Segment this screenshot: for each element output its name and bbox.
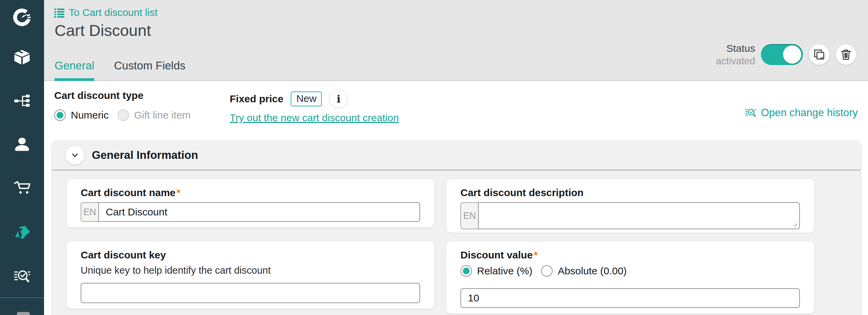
cart-discount-description-input[interactable]: [478, 202, 800, 229]
field-hint: Unique key to help identify the cart dis…: [81, 265, 420, 276]
field-label: Cart discount description: [460, 187, 800, 199]
trash-icon: [839, 48, 853, 61]
products-box-icon: [13, 48, 31, 68]
customers-person-icon: [13, 135, 31, 154]
field-label: Cart discount key: [81, 249, 420, 261]
radio-option-label: Gift line item: [134, 109, 191, 121]
fixed-price-label: Fixed price: [230, 93, 283, 105]
field-label-text: Discount value: [460, 249, 533, 260]
open-change-history-link[interactable]: Open change history: [745, 107, 858, 119]
sidebar-item-audit[interactable]: [0, 258, 44, 296]
sidebar-item-discounts[interactable]: [0, 215, 44, 252]
card-cart-discount-key: Cart discount key Unique key to help ide…: [66, 241, 434, 309]
sidebar-item-orders[interactable]: [0, 170, 44, 207]
try-new-creation-link[interactable]: Try out the new cart discount creation: [230, 112, 399, 124]
status-toggle[interactable]: [761, 44, 803, 65]
change-history-icon: [745, 107, 757, 119]
status-label: Status: [716, 42, 755, 55]
radio-option-absolute[interactable]: Absolute (0.00): [541, 265, 626, 277]
field-label-text: Cart discount name: [81, 187, 175, 198]
cart-discount-key-input[interactable]: [81, 283, 420, 303]
language-tag: EN: [81, 202, 98, 222]
change-history-label: Open change history: [761, 107, 858, 119]
new-badge: New: [291, 91, 322, 106]
required-mark: *: [534, 249, 538, 260]
panel-body: Cart discount name* EN Cart discount des…: [53, 170, 861, 313]
list-icon: [54, 7, 64, 18]
discount-value-input[interactable]: [460, 288, 800, 308]
info-icon[interactable]: i: [329, 90, 348, 108]
tab-custom-fields[interactable]: Custom Fields: [114, 59, 185, 81]
status-text: Status activated: [716, 42, 755, 67]
delete-button[interactable]: [835, 44, 856, 65]
categories-tree-icon: [14, 92, 30, 111]
cart-discount-type-options: Numeric Gift line item: [54, 109, 190, 121]
header-actions: Status activated: [716, 42, 856, 67]
audit-search-check-icon: [13, 268, 31, 287]
language-tag: EN: [460, 202, 478, 229]
page-header: To Cart discount list Cart Discount Gene…: [44, 0, 868, 81]
radio-disabled-icon: [118, 109, 129, 121]
sidebar-item-categories[interactable]: [0, 83, 44, 120]
radio-selected-icon: [54, 109, 66, 121]
radio-option-gift-line-item[interactable]: Gift line item: [118, 109, 191, 121]
field-label: Discount value*: [460, 249, 800, 261]
gauge-logo-icon: [13, 8, 31, 28]
fixed-price-row: Fixed price New i: [230, 90, 348, 108]
orders-cart-icon: [13, 179, 31, 198]
back-link-label: To Cart discount list: [69, 7, 158, 18]
panel-title: General Information: [92, 149, 198, 162]
toggle-knob: [783, 45, 801, 64]
chevron-down-icon: [70, 151, 79, 160]
required-mark: *: [177, 187, 181, 198]
field-label: Cart discount name*: [81, 187, 420, 199]
duplicate-icon: [812, 48, 826, 61]
card-cart-discount-name: Cart discount name* EN: [66, 179, 434, 227]
localized-field: EN: [81, 202, 420, 222]
tab-bar: General Custom Fields: [55, 59, 185, 81]
field-label-text: Cart discount key: [81, 249, 166, 260]
collapse-button[interactable]: [65, 146, 84, 165]
status-badge: activated: [716, 55, 755, 67]
sidebar-item-products[interactable]: [0, 40, 44, 77]
main-content: Cart discount type Numeric Gift line ite…: [44, 81, 868, 315]
panel-header: General Information: [53, 141, 861, 170]
radio-unselected-icon: [541, 265, 553, 277]
page-title: Cart Discount: [55, 21, 151, 40]
card-cart-discount-description: Cart discount description EN: [446, 179, 814, 233]
discount-value-options: Relative (%) Absolute (0.00): [460, 265, 800, 277]
localized-field: EN: [460, 202, 800, 229]
sidebar: [0, 0, 44, 315]
radio-option-label: Absolute (0.00): [558, 265, 626, 277]
sidebar-divider: [0, 297, 44, 298]
radio-option-numeric[interactable]: Numeric: [54, 109, 109, 121]
field-label-text: Cart discount description: [460, 187, 583, 198]
app-logo[interactable]: [0, 0, 44, 37]
sidebar-item-customers[interactable]: [0, 126, 44, 164]
back-to-list-link[interactable]: To Cart discount list: [54, 7, 158, 18]
radio-selected-icon: [460, 265, 472, 277]
sidebar-bottom-item-peek: [17, 312, 30, 315]
radio-option-label: Numeric: [71, 109, 109, 121]
duplicate-button[interactable]: [809, 44, 830, 65]
discounts-tag-icon: [13, 224, 32, 244]
cart-discount-name-input[interactable]: [98, 202, 420, 222]
cart-discount-type-label: Cart discount type: [54, 90, 143, 101]
tab-general[interactable]: General: [55, 59, 94, 81]
card-discount-value: Discount value* Relative (%) Absolute (0…: [446, 241, 814, 313]
general-information-panel: General Information Cart discount name* …: [53, 141, 861, 315]
radio-option-label: Relative (%): [477, 265, 532, 277]
app-screen: To Cart discount list Cart Discount Gene…: [0, 0, 868, 315]
radio-option-relative[interactable]: Relative (%): [460, 265, 532, 277]
